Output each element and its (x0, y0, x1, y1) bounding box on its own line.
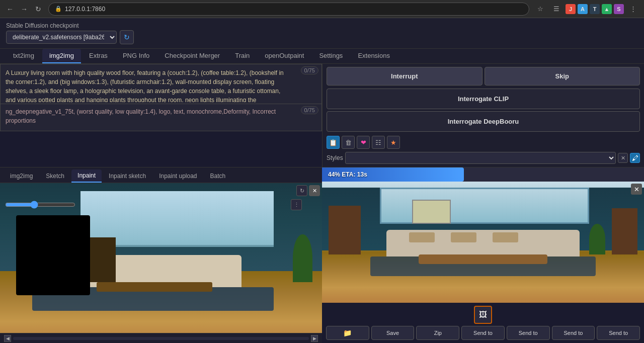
brush-slider-container: ⋮ (0, 197, 307, 212)
url-text: 127.0.0.1:7860 (65, 6, 105, 13)
tab-png-info[interactable]: PNG Info (116, 49, 156, 63)
brush-size-slider[interactable] (5, 201, 75, 209)
out-window (380, 188, 589, 224)
style-icon-trash[interactable]: 🗑 (342, 136, 355, 149)
style-icon-paste[interactable]: 📋 (327, 136, 340, 149)
tab-settings[interactable]: Settings (312, 49, 350, 63)
zip-button[interactable]: Zip (416, 326, 459, 340)
browser-chrome: ← → ↻ 🔒 127.0.0.1:7860 ☆ ☰ J A T ▲ S ⋮ (0, 0, 644, 18)
bookmark-button[interactable]: ☆ (533, 2, 547, 16)
tab-txt2img[interactable]: txt2img (6, 49, 41, 63)
extensions-button[interactable]: ☰ (549, 2, 564, 16)
scroll-left-button[interactable]: ◀ (4, 335, 11, 342)
checkpoint-select[interactable]: deliberate_v2.safetensors [9aba26abdf] (6, 31, 117, 44)
styles-row: Styles ✕ 🖍 (323, 151, 644, 167)
tab-img2img[interactable]: img2img (42, 49, 81, 63)
send-to-button-4[interactable]: Send to (597, 326, 640, 340)
reload-button[interactable]: ↻ (32, 3, 44, 15)
left-bottom: img2img Sketch Inpaint Inpaint sketch In… (0, 167, 322, 343)
tab-extensions[interactable]: Extensions (351, 49, 397, 63)
canvas-area[interactable]: ↻ ✕ ⋮ (0, 183, 322, 343)
tab-train[interactable]: Train (228, 49, 257, 63)
out-left-bookcase (329, 206, 361, 254)
menu-button[interactable]: ⋮ (626, 2, 640, 16)
interrogate-deepbooru-button[interactable]: Interrogate DeepBooru (327, 111, 640, 132)
prompt-counter: 0/75 (301, 66, 318, 74)
styles-select[interactable] (345, 152, 616, 164)
out-cushion-1 (409, 232, 435, 242)
inpaint-mask (16, 215, 90, 295)
out-coffee-table (419, 254, 547, 264)
sub-tabs: img2img Sketch Inpaint Inpaint sketch In… (0, 167, 322, 183)
tab-checkpoint-merger[interactable]: Checkpoint Merger (157, 49, 227, 63)
lock-icon: 🔒 (55, 6, 62, 12)
styles-clear-button[interactable]: ✕ (618, 153, 628, 163)
refresh-checkpoint-button[interactable]: ↻ (120, 30, 134, 44)
send-to-button-3[interactable]: Send to (552, 326, 595, 340)
sub-tab-inpaint-upload[interactable]: Inpaint upload (153, 169, 203, 183)
canvas-close-button[interactable]: ✕ (309, 185, 320, 196)
out-cushion-2 (451, 232, 476, 242)
send-to-button-1[interactable]: Send to (461, 326, 505, 340)
bottom-panels: img2img Sketch Inpaint Inpaint sketch In… (0, 167, 644, 343)
tab-extras[interactable]: Extras (82, 49, 115, 63)
out-plant (589, 224, 605, 254)
styles-add-button[interactable]: 🖍 (630, 153, 640, 163)
ext-icon-4: ▲ (602, 4, 612, 14)
style-icon-heart[interactable]: ❤ (357, 136, 370, 149)
output-image-button[interactable]: 🖼 (474, 306, 492, 324)
output-icons-row: 🖼 (326, 306, 640, 324)
back-button[interactable]: ← (4, 3, 16, 15)
url-bar[interactable]: 🔒 127.0.0.1:7860 (48, 3, 529, 16)
room-bookcase (90, 237, 116, 282)
sub-tab-sketch[interactable]: Sketch (40, 169, 70, 183)
progress-bar-container: 44% ETA: 13s (322, 167, 644, 182)
positive-prompt-input[interactable] (1, 64, 321, 102)
save-button[interactable]: Save (371, 326, 415, 340)
sub-tab-img2img[interactable]: img2img (4, 169, 39, 183)
canvas-scrollbar[interactable] (13, 337, 309, 340)
ext-icon-3: T (590, 4, 600, 14)
skip-button[interactable]: Skip (485, 67, 640, 85)
sub-tab-batch[interactable]: Batch (204, 169, 232, 183)
forward-button[interactable]: → (18, 3, 30, 15)
canvas-toolbar: ↻ ✕ (294, 183, 322, 198)
right-bottom: 44% ETA: 13s ✕ (322, 167, 644, 343)
out-artwork (412, 200, 451, 224)
progress-text: 44% ETA: 13s (322, 171, 373, 178)
send-to-button-2[interactable]: Send to (507, 326, 550, 340)
out-right-bookcase (612, 208, 637, 254)
output-image-area: ✕ (322, 182, 644, 303)
room-coffee-table (97, 282, 212, 292)
canvas-reset-button[interactable]: ↻ (296, 185, 307, 196)
negative-prompt-box: 0/75 (0, 104, 322, 131)
checkpoint-label: Stable Diffusion checkpoint (6, 22, 132, 29)
folder-button[interactable]: 📁 (326, 326, 369, 340)
canvas-bottom-bar: ◀ ▶ (0, 333, 322, 343)
tab-openoutpaint[interactable]: openOutpaint (258, 49, 311, 63)
send-buttons-row: 📁 Save Zip Send to Send to Send to Send … (326, 326, 640, 340)
output-bottom: 🖼 📁 Save Zip Send to Send to Send to Sen… (322, 303, 644, 343)
interrogate-clip-button[interactable]: Interrogate CLIP (327, 89, 640, 109)
interrupt-skip-row: Interrupt Skip (323, 64, 644, 89)
ext-icon-5: S (614, 4, 624, 14)
scroll-right-button[interactable]: ▶ (311, 335, 318, 342)
ext-icon-1: J (566, 4, 576, 14)
sub-tab-inpaint[interactable]: Inpaint (71, 169, 102, 183)
sub-tab-inpaint-sketch[interactable]: Inpaint sketch (103, 169, 152, 183)
top-prompts-row: 0/75 0/75 Interrupt Skip Interrogate CLI… (0, 64, 644, 167)
style-icon-grid[interactable]: ☷ (372, 136, 385, 149)
styles-label: Styles (327, 154, 343, 161)
output-room-image (322, 182, 644, 303)
canvas-extra-button[interactable]: ⋮ (291, 199, 302, 210)
prompts-left: 0/75 0/75 (0, 64, 322, 167)
style-icons-row: 📋 🗑 ❤ ☷ ★ (323, 134, 644, 151)
style-icon-star[interactable]: ★ (387, 136, 400, 149)
interrupt-button[interactable]: Interrupt (327, 67, 482, 85)
positive-prompt-box: 0/75 (0, 64, 322, 104)
output-close-button[interactable]: ✕ (631, 184, 642, 195)
neg-prompt-counter: 0/75 (301, 106, 318, 114)
browser-nav-buttons: ← → ↻ (4, 3, 44, 15)
ext-icon-2: A (578, 4, 588, 14)
negative-prompt-input[interactable] (1, 104, 321, 129)
